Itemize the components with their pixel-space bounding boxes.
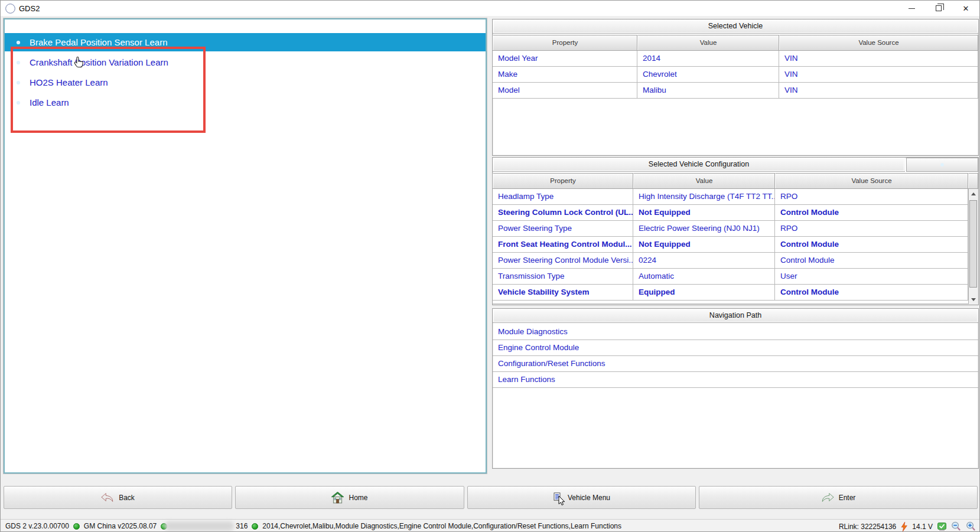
- learn-functions-panel: Brake Pedal Position Sensor Learn Cranks…: [4, 18, 487, 474]
- column-header-value: Value: [633, 173, 775, 188]
- redacted-serial: [164, 521, 234, 531]
- table-row: Make Chevrolet VIN: [493, 67, 978, 83]
- arrow-cursor-icon: [558, 496, 565, 507]
- cell-value: Chevrolet: [637, 67, 779, 82]
- minimize-button[interactable]: [898, 1, 925, 16]
- table-row: Headlamp Type High Intensity Discharge (…: [493, 189, 968, 205]
- scrollbar-thumb[interactable]: [969, 200, 977, 288]
- chevron-up-icon: [971, 192, 976, 195]
- title-bar: GDS GDS2 ✕: [1, 1, 979, 16]
- table-row: Transmission Type Automatic User: [493, 269, 968, 285]
- home-button[interactable]: Home: [235, 486, 464, 509]
- cell-property: Make: [493, 67, 637, 82]
- table-row: Power Steering Type Electric Power Steer…: [493, 221, 968, 237]
- chevron-down-icon: [971, 298, 976, 301]
- scroll-down-button[interactable]: [969, 295, 978, 304]
- connection-check-icon: [937, 523, 946, 531]
- column-header-value-source: Value Source: [775, 173, 968, 188]
- table-row: Power Steering Control Module Versi... 0…: [493, 253, 968, 269]
- column-header-value: Value: [637, 35, 779, 50]
- lightning-bolt-icon: [901, 522, 907, 531]
- restore-icon: [936, 5, 942, 11]
- column-header-value-source: Value Source: [779, 35, 978, 50]
- list-item-label: Brake Pedal Position Sensor Learn: [30, 37, 167, 47]
- restore-button[interactable]: [925, 1, 952, 16]
- learn-functions-list: Brake Pedal Position Sensor Learn Cranks…: [5, 19, 486, 112]
- gds-logo-icon: GDS: [5, 4, 15, 14]
- vehicle-menu-button[interactable]: Vehicle Menu: [467, 486, 696, 509]
- list-item-label: Idle Learn: [30, 97, 69, 107]
- gear-icon: [12, 96, 25, 109]
- cell-value-source: User: [775, 269, 968, 284]
- list-item-ho2s-learn[interactable]: HO2S Heater Learn: [5, 73, 486, 92]
- gear-icon: [12, 56, 25, 69]
- list-item-label: HO2S Heater Learn: [30, 77, 108, 87]
- selected-vehicle-table-header: Property Value Value Source: [493, 35, 978, 51]
- nav-item-configuration-reset-functions[interactable]: Configuration/Reset Functions: [493, 356, 978, 372]
- partial-row: [493, 301, 968, 304]
- close-icon: ✕: [963, 4, 969, 13]
- cell-value: 2014: [637, 51, 779, 66]
- region-version: GM China v2025.08.07: [84, 522, 157, 530]
- cell-value-source: VIN: [779, 67, 978, 82]
- status-dot-icon: [73, 523, 80, 530]
- vehicle-configuration-title: Selected Vehicle Configuration: [493, 158, 905, 172]
- cell-property: Power Steering Type: [493, 221, 633, 236]
- cell-value: 0224: [633, 253, 775, 268]
- cell-value-source: Control Module: [775, 285, 968, 300]
- app-version: GDS 2 v.23.0.00700: [5, 522, 69, 530]
- column-header-property: Property: [493, 35, 637, 50]
- column-header-property: Property: [493, 173, 633, 188]
- enter-label: Enter: [839, 494, 856, 502]
- navigation-path-title: Navigation Path: [493, 309, 978, 323]
- navigation-path-section: Navigation Path Module Diagnostics Engin…: [492, 308, 979, 469]
- cell-property: Model Year: [493, 51, 637, 66]
- cell-value: Malibu: [637, 83, 779, 98]
- list-item-crankshaft-learn[interactable]: Crankshaft Position Variation Learn: [5, 53, 486, 71]
- gear-icon: [936, 159, 948, 171]
- cell-property: Headlamp Type: [493, 189, 633, 204]
- cell-property: Power Steering Control Module Versi...: [493, 253, 633, 268]
- cell-value-source: Control Module: [775, 253, 968, 268]
- back-button[interactable]: Back: [4, 486, 232, 509]
- vehicle-configuration-section: Selected Vehicle Configuration Property …: [492, 157, 979, 305]
- configuration-scrollbar[interactable]: [968, 189, 978, 304]
- battery-voltage: 14.1 V: [912, 523, 933, 531]
- configuration-gear-button[interactable]: [906, 158, 978, 172]
- cell-value-source: RPO: [775, 221, 968, 236]
- nav-item-learn-functions[interactable]: Learn Functions: [493, 372, 978, 388]
- zoom-in-icon[interactable]: [966, 521, 976, 531]
- gear-icon: [12, 36, 25, 49]
- close-button[interactable]: ✕: [952, 1, 979, 16]
- gear-icon: [12, 76, 25, 89]
- cell-property: Model: [493, 83, 637, 98]
- list-item-brake-pedal-learn[interactable]: Brake Pedal Position Sensor Learn: [5, 33, 486, 51]
- selected-vehicle-title: Selected Vehicle: [493, 19, 978, 34]
- rlink-id: RLink: 322254136: [839, 523, 896, 531]
- window-title: GDS2: [19, 4, 40, 13]
- serial-suffix: 316: [236, 522, 248, 530]
- zoom-out-icon[interactable]: [951, 521, 961, 531]
- table-row: Model Malibu VIN: [493, 83, 978, 99]
- home-label: Home: [349, 494, 367, 502]
- minimize-icon: [909, 8, 915, 9]
- list-item-idle-learn[interactable]: Idle Learn: [5, 93, 486, 112]
- cell-property: Steering Column Lock Control (UL...: [493, 205, 633, 220]
- scroll-up-button[interactable]: [969, 189, 978, 198]
- vehicle-menu-label: Vehicle Menu: [568, 494, 610, 502]
- cell-value: Equipped: [633, 285, 775, 300]
- back-arrow-icon: [101, 492, 114, 502]
- table-row: Vehicle Stability System Equipped Contro…: [493, 285, 968, 301]
- table-row: Steering Column Lock Control (UL... Not …: [493, 205, 968, 221]
- nav-item-engine-control-module[interactable]: Engine Control Module: [493, 340, 978, 356]
- status-dot-icon: [252, 523, 258, 530]
- enter-arrow-icon: [821, 492, 834, 502]
- cell-value: Automatic: [633, 269, 775, 284]
- cell-value: Not Equipped: [633, 205, 775, 220]
- column-header-scroll-spacer: [968, 173, 978, 188]
- cell-property: Vehicle Stability System: [493, 285, 633, 300]
- gds2-window: GDS GDS2 ✕ Brake Pedal Position Sensor L…: [0, 0, 980, 532]
- cell-value: Electric Power Steering (NJ0 NJ1): [633, 221, 775, 236]
- nav-item-module-diagnostics[interactable]: Module Diagnostics: [493, 324, 978, 340]
- enter-button[interactable]: Enter: [699, 486, 978, 509]
